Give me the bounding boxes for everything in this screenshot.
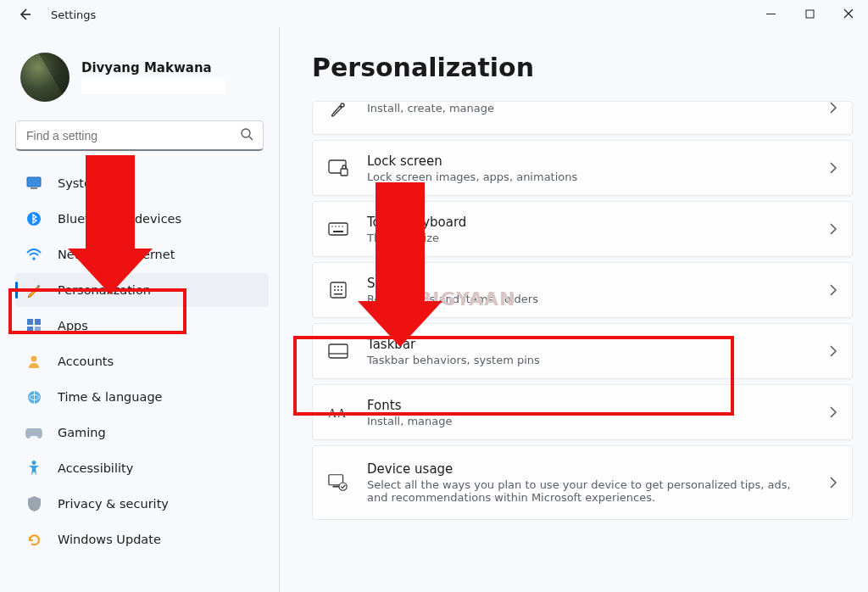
user-profile[interactable]: Divyang Makwana: [15, 53, 269, 102]
svg-rect-37: [329, 344, 348, 358]
chevron-right-icon: [830, 223, 837, 235]
update-icon: [25, 531, 42, 548]
card-title: Start: [367, 276, 811, 291]
svg-point-19: [32, 461, 36, 465]
chevron-right-icon: [830, 102, 837, 114]
card-title: Device usage: [367, 461, 811, 477]
taskbar-icon: [328, 341, 348, 361]
network-icon: [25, 246, 42, 263]
chevron-right-icon: [830, 406, 837, 418]
start-icon: [328, 280, 348, 300]
system-icon: [25, 175, 42, 192]
gaming-icon: [25, 424, 42, 441]
user-email-redacted: [81, 79, 225, 94]
sidebar-item-apps[interactable]: Apps: [15, 309, 269, 343]
sidebar-item-time[interactable]: Time & language: [15, 380, 269, 414]
sidebar-item-label: Apps: [58, 319, 88, 332]
sidebar-item-network[interactable]: Network & internet: [15, 237, 269, 271]
svg-rect-15: [35, 327, 41, 332]
svg-rect-36: [334, 293, 342, 295]
sidebar-item-label: Time & language: [58, 390, 163, 404]
back-button[interactable]: [17, 7, 32, 22]
chevron-right-icon: [830, 477, 837, 489]
sidebar-item-label: Windows Update: [58, 533, 161, 546]
svg-text:A: A: [337, 407, 347, 420]
card-start[interactable]: Start Recent apps and items, folders: [312, 262, 853, 318]
sidebar-item-label: Accessibility: [58, 461, 133, 475]
svg-rect-22: [341, 169, 348, 176]
chevron-right-icon: [830, 162, 837, 174]
svg-text:A: A: [328, 407, 337, 420]
sidebar-item-bluetooth[interactable]: Bluetooth & devices: [15, 202, 269, 236]
svg-line-6: [249, 137, 253, 140]
chevron-right-icon: [830, 345, 837, 357]
card-title: Taskbar: [367, 337, 811, 352]
card-fonts[interactable]: AA Fonts Install, manage: [312, 384, 853, 440]
card-subtitle: Install, create, manage: [367, 102, 811, 114]
sidebar-item-accounts[interactable]: Accounts: [15, 344, 269, 378]
apps-icon: [25, 317, 42, 334]
sidebar-item-gaming[interactable]: Gaming: [15, 416, 269, 450]
svg-point-16: [31, 356, 37, 362]
card-lock-screen[interactable]: Lock screen Lock screen images, apps, an…: [312, 140, 853, 196]
svg-point-43: [339, 483, 347, 490]
settings-card-list: Install, create, manage Lock screen Lock…: [312, 101, 853, 520]
window-title: Settings: [51, 8, 96, 21]
sidebar-item-accessibility[interactable]: Accessibility: [15, 451, 269, 485]
svg-point-32: [341, 286, 342, 288]
content-pane: Personalization Install, create, manage: [280, 27, 868, 592]
svg-point-31: [337, 286, 339, 288]
svg-point-33: [334, 289, 336, 291]
sidebar-item-update[interactable]: Windows Update: [15, 522, 269, 556]
bluetooth-icon: [25, 210, 42, 227]
card-taskbar[interactable]: Taskbar Taskbar behaviors, system pins: [312, 323, 853, 379]
user-name: Divyang Makwana: [81, 60, 225, 75]
card-title: Fonts: [367, 398, 811, 413]
sidebar-item-system[interactable]: System: [15, 166, 269, 200]
svg-point-5: [242, 129, 250, 137]
card-subtitle: Themes, size: [367, 232, 811, 244]
title-bar: [0, 0, 868, 27]
svg-rect-28: [333, 231, 343, 232]
card-subtitle: Taskbar behaviors, system pins: [367, 354, 811, 366]
search-input[interactable]: [15, 120, 264, 151]
maximize-button[interactable]: [790, 0, 829, 27]
svg-rect-8: [31, 187, 37, 189]
sidebar-item-label: Bluetooth & devices: [58, 212, 181, 226]
minimize-button[interactable]: [751, 0, 790, 27]
personalization-icon: [25, 282, 42, 299]
fonts-icon: AA: [328, 402, 348, 422]
brush-icon: [328, 98, 348, 119]
privacy-icon: [25, 495, 42, 512]
sidebar-item-label: Network & internet: [58, 248, 175, 261]
keyboard-icon: [328, 219, 348, 239]
accessibility-icon: [25, 460, 42, 477]
lockscreen-icon: [328, 158, 348, 178]
sidebar-item-privacy[interactable]: Privacy & security: [15, 487, 269, 521]
sidebar-item-label: System: [58, 176, 103, 190]
accounts-icon: [25, 353, 42, 370]
svg-point-10: [32, 257, 36, 260]
card-subtitle: Select all the ways you plan to use your…: [367, 478, 811, 504]
device-usage-icon: [328, 472, 348, 493]
card-device-usage[interactable]: Device usage Select all the ways you pla…: [312, 445, 853, 520]
sidebar-item-personalization[interactable]: Personalization: [15, 273, 269, 307]
sidebar: Divyang Makwana System Bluetooth & de: [0, 27, 280, 592]
svg-point-20: [341, 103, 344, 107]
sidebar-item-label: Accounts: [58, 355, 114, 368]
card-touch-keyboard[interactable]: Touch keyboard Themes, size: [312, 201, 853, 257]
nav-list: System Bluetooth & devices Network & int…: [15, 166, 269, 556]
svg-rect-13: [35, 319, 41, 325]
page-title: Personalization: [312, 53, 853, 82]
close-button[interactable]: [829, 0, 868, 27]
search-icon: [241, 128, 253, 141]
svg-point-24: [331, 226, 333, 227]
svg-point-35: [341, 289, 342, 291]
svg-point-25: [335, 226, 337, 227]
card-subtitle: Recent apps and items, folders: [367, 293, 811, 305]
svg-point-34: [337, 289, 339, 291]
svg-point-27: [342, 226, 343, 227]
card-themes-partial[interactable]: Install, create, manage: [312, 101, 853, 135]
svg-rect-7: [27, 177, 41, 187]
sidebar-item-label: Gaming: [58, 426, 106, 439]
